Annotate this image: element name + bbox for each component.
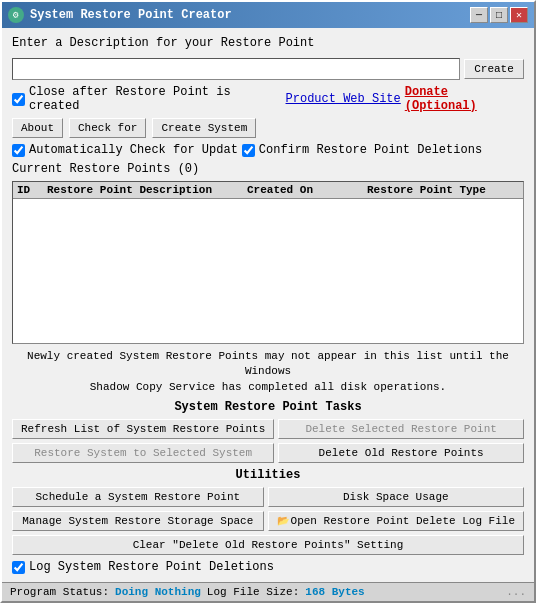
tasks-grid: Refresh List of System Restore Points De… bbox=[12, 419, 524, 463]
maximize-button[interactable]: □ bbox=[490, 7, 508, 23]
window-title: System Restore Point Creator bbox=[30, 8, 232, 22]
action-buttons-row: About Check for Create System bbox=[12, 118, 524, 138]
auto-check-label: Automatically Check for Updat bbox=[29, 143, 238, 157]
delete-old-btn[interactable]: Delete Old Restore Points bbox=[278, 443, 524, 463]
tasks-title: System Restore Point Tasks bbox=[12, 400, 524, 414]
app-icon: ⚙ bbox=[8, 7, 24, 23]
close-after-checkbox[interactable] bbox=[12, 93, 25, 106]
folder-icon: 📂 bbox=[277, 516, 289, 527]
create-button[interactable]: Create bbox=[464, 59, 524, 79]
manage-btn[interactable]: Manage System Restore Storage Space bbox=[12, 511, 264, 531]
main-window: ⚙ System Restore Point Creator ─ □ ✕ Ent… bbox=[0, 0, 536, 603]
log-row: Log System Restore Point Deletions bbox=[12, 560, 524, 574]
log-size-value: 168 Bytes bbox=[305, 586, 364, 598]
col-description: Restore Point Description bbox=[47, 184, 247, 196]
input-row: Create bbox=[12, 58, 524, 80]
close-after-row: Close after Restore Point is created Pro… bbox=[12, 85, 524, 113]
open-log-btn[interactable]: 📂Open Restore Point Delete Log File bbox=[268, 511, 524, 531]
confirm-delete-label: Confirm Restore Point Deletions bbox=[259, 143, 482, 157]
notice-text: Newly created System Restore Points may … bbox=[12, 349, 524, 395]
col-created: Created On bbox=[247, 184, 367, 196]
product-link[interactable]: Product Web Site bbox=[286, 92, 401, 106]
close-after-label: Close after Restore Point is created bbox=[29, 85, 282, 113]
status-bar: Program Status: Doing Nothing Log File S… bbox=[2, 582, 534, 601]
col-type: Restore Point Type bbox=[367, 184, 519, 196]
restore-points-table[interactable]: ID Restore Point Description Created On … bbox=[12, 181, 524, 344]
utilities-title: Utilities bbox=[12, 468, 524, 482]
col-id: ID bbox=[17, 184, 47, 196]
options-row: Automatically Check for Updat Confirm Re… bbox=[12, 143, 524, 157]
schedule-btn[interactable]: Schedule a System Restore Point bbox=[12, 487, 264, 507]
status-sep: ... bbox=[506, 586, 526, 598]
check-for-button[interactable]: Check for bbox=[69, 118, 146, 138]
restore-system-btn: Restore System to Selected System bbox=[12, 443, 274, 463]
current-rp-label: Current Restore Points (0) bbox=[12, 162, 524, 176]
program-status-value: Doing Nothing bbox=[115, 586, 201, 598]
description-input[interactable] bbox=[12, 58, 460, 80]
description-label: Enter a Description for your Restore Poi… bbox=[12, 36, 524, 50]
title-bar-left: ⚙ System Restore Point Creator bbox=[8, 7, 232, 23]
confirm-delete-checkbox[interactable] bbox=[242, 144, 255, 157]
create-system-button[interactable]: Create System bbox=[152, 118, 256, 138]
log-label: Log System Restore Point Deletions bbox=[29, 560, 274, 574]
clear-btn[interactable]: Clear "Delete Old Restore Points" Settin… bbox=[12, 535, 524, 555]
log-size-label: Log File Size: bbox=[207, 586, 299, 598]
disk-space-btn[interactable]: Disk Space Usage bbox=[268, 487, 524, 507]
content-area: Enter a Description for your Restore Poi… bbox=[2, 28, 534, 582]
program-status-label: Program Status: bbox=[10, 586, 109, 598]
title-bar: ⚙ System Restore Point Creator ─ □ ✕ bbox=[2, 2, 534, 28]
minimize-button[interactable]: ─ bbox=[470, 7, 488, 23]
auto-check-checkbox[interactable] bbox=[12, 144, 25, 157]
table-header: ID Restore Point Description Created On … bbox=[13, 182, 523, 199]
log-checkbox[interactable] bbox=[12, 561, 25, 574]
utilities-grid: Schedule a System Restore Point Disk Spa… bbox=[12, 487, 524, 555]
donate-link[interactable]: Donate (Optional) bbox=[405, 85, 524, 113]
close-button[interactable]: ✕ bbox=[510, 7, 528, 23]
delete-selected-btn: Delete Selected Restore Point bbox=[278, 419, 524, 439]
table-body bbox=[13, 199, 523, 279]
title-buttons: ─ □ ✕ bbox=[470, 7, 528, 23]
about-button[interactable]: About bbox=[12, 118, 63, 138]
refresh-btn[interactable]: Refresh List of System Restore Points bbox=[12, 419, 274, 439]
